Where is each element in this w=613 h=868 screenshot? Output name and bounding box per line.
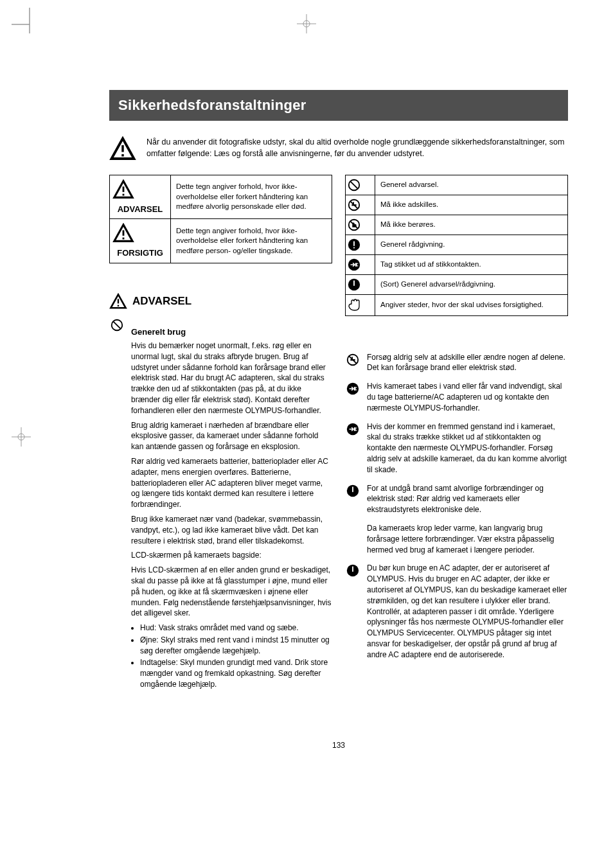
page-number: 133 (109, 740, 568, 750)
symbol-desc: Må ikke berøres. (375, 215, 568, 235)
unplug-icon (345, 422, 360, 436)
advarsel-label: ADVARSEL (112, 201, 168, 215)
prohibit-icon (346, 175, 375, 195)
advarsel-text: Dette tegn angiver forhold, hvor ikke-ov… (171, 175, 332, 219)
no-disassemble-icon (345, 353, 360, 367)
body-text: Hvis du bemærker noget unormalt, f.eks. … (131, 341, 332, 416)
unplug-icon (345, 382, 360, 396)
caution-hand-icon (346, 294, 375, 315)
black-circle-icon (345, 484, 360, 498)
body-text: LCD-skærmen på kameraets bagside: (131, 550, 332, 561)
forsigtig-label: FORSIGTIG (112, 245, 168, 259)
severity-table: ADVARSEL Dette tegn angiver forhold, hvo… (109, 175, 332, 263)
list-item: Øjne: Skyl straks med rent vand i mindst… (140, 635, 332, 657)
warning-triangle-icon (112, 223, 168, 245)
body-text: Rør aldrig ved kameraets batterier, batt… (131, 456, 332, 510)
no-disassemble-icon (346, 195, 375, 215)
body-text: Hvis LCD-skærmen af en eller anden grund… (131, 565, 332, 619)
warning-triangle-icon (109, 293, 127, 311)
body-text: Brug aldrig kameraet i nærheden af brænd… (131, 420, 332, 452)
first-aid-list: Hud: Vask straks området med vand og sæb… (131, 623, 332, 690)
warning-heading: ADVARSEL (109, 293, 332, 311)
body-text: Du bør kun bruge en AC adapter, der er a… (367, 563, 568, 660)
mandatory-icon (346, 235, 375, 254)
warning-triangle-icon (109, 136, 136, 163)
page-title: Sikkerhedsforanstaltninger (109, 90, 568, 121)
prohibit-icon (109, 318, 125, 332)
body-text: Hvis kameraet tabes i vand eller får van… (367, 381, 568, 413)
no-touch-icon (346, 215, 375, 235)
symbol-desc: Generel rådgivning. (375, 235, 568, 254)
symbol-desc: Generel advarsel. (375, 175, 568, 195)
symbol-desc: (Sort) Generel advarsel/rådgivning. (375, 274, 568, 294)
symbol-desc: Må ikke adskilles. (375, 195, 568, 215)
forsigtig-text: Dette tegn angiver forhold, hvor ikke-ov… (171, 219, 332, 263)
body-text: Brug ikke kameraet nær vand (badekar, sv… (131, 514, 332, 546)
intro-text: Når du anvender dit fotografiske udstyr,… (147, 136, 568, 161)
symbol-desc: Angiver steder, hvor der skal udvises fo… (375, 294, 568, 315)
warning-triangle-icon (112, 179, 168, 201)
symbol-desc: Tag stikket ud af stikkontakten. (375, 254, 568, 274)
body-text: Hvis der kommer en fremmed genstand ind … (367, 421, 568, 475)
list-item: Indtagelse: Skyl munden grundigt med van… (140, 657, 332, 689)
body-text: Da kameraets krop leder varme, kan langv… (367, 523, 568, 555)
symbol-table: Generel advarsel. Må ikke adskilles. Må … (345, 175, 568, 316)
body-text: For at undgå brand samt alvorlige forbræ… (367, 483, 568, 515)
body-text: Forsøg aldrig selv at adskille eller ænd… (367, 352, 568, 374)
list-item: Hud: Vask straks området med vand og sæb… (140, 623, 332, 633)
black-circle-icon (345, 563, 360, 578)
unplug-icon (346, 254, 375, 274)
subheading-general: Generelt brug (131, 326, 332, 338)
black-circle-icon (346, 274, 375, 294)
